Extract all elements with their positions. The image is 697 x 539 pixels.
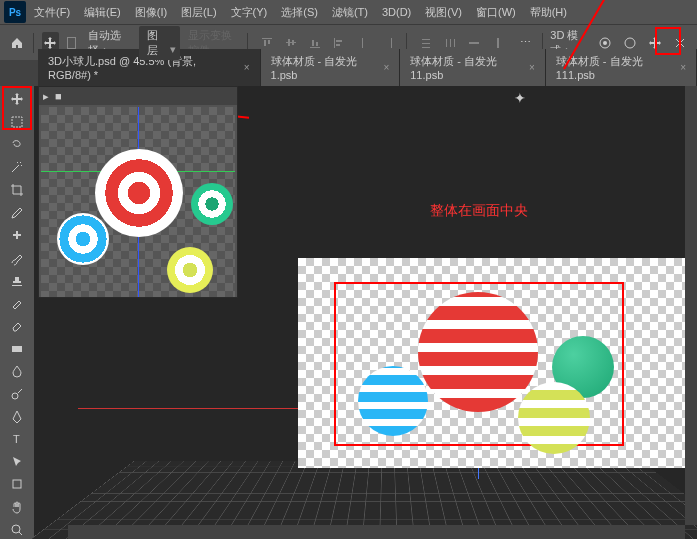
crop-tool[interactable] [4,181,30,200]
sphere-red[interactable] [418,292,538,412]
menu-edit[interactable]: 编辑(E) [78,2,127,23]
svg-rect-17 [446,39,447,47]
stamp-tool[interactable] [4,271,30,290]
tools-panel: T [0,86,34,539]
menu-3d[interactable]: 3D(D) [376,3,417,21]
svg-rect-1 [264,40,266,46]
svg-rect-4 [288,39,290,46]
close-icon[interactable]: × [529,62,535,73]
svg-point-32 [12,525,20,533]
pen-tool[interactable] [4,407,30,426]
brush-tool[interactable] [4,249,30,268]
annotation-center: 整体在画面中央 [430,202,528,220]
svg-rect-3 [286,42,296,43]
menu-image[interactable]: 图像(I) [129,2,173,23]
close-icon[interactable]: × [383,62,389,73]
camera-widget-icon[interactable]: ✦ [514,90,526,106]
svg-rect-0 [262,38,272,39]
highlight-3d-pan [655,27,681,55]
history-brush-tool[interactable] [4,294,30,313]
eraser-tool[interactable] [4,317,30,336]
nav-triangle-icon[interactable]: ▸ [43,90,49,103]
nav-sphere-red [95,149,183,237]
svg-point-23 [603,41,607,45]
document-tabs: 3D小球儿.psd @ 45.5% (背景, RGB/8#) *× 球体材质 -… [0,60,697,86]
menu-help[interactable]: 帮助(H) [524,2,573,23]
svg-rect-6 [310,47,320,48]
svg-rect-11 [336,44,340,46]
nav-sphere-yellow [167,247,213,293]
svg-rect-16 [422,47,430,48]
menu-window[interactable]: 窗口(W) [470,2,522,23]
svg-rect-10 [336,40,342,42]
zoom-tool[interactable] [4,520,30,539]
close-icon[interactable]: × [244,62,250,73]
nav-sphere-blue [57,213,109,265]
menu-type[interactable]: 文字(Y) [225,2,274,23]
close-icon[interactable]: × [680,62,686,73]
nav-sphere-green [191,183,233,225]
svg-rect-18 [450,39,451,47]
nav-camera-icon[interactable]: ■ [55,90,62,102]
auto-select-checkbox[interactable] [67,37,77,49]
svg-rect-8 [316,42,318,46]
svg-rect-20 [469,42,479,44]
tab-1[interactable]: 球体材质 - 自发光1.psb× [261,49,401,86]
layer-dropdown[interactable]: 图层 [139,26,180,60]
eyedropper-tool[interactable] [4,203,30,222]
shape-tool[interactable] [4,475,30,494]
lasso-tool[interactable] [4,135,30,154]
navigator-header[interactable]: ▸ ■ [39,87,237,105]
healing-tool[interactable] [4,226,30,245]
menu-view[interactable]: 视图(V) [419,2,468,23]
svg-rect-21 [497,38,499,48]
canvas-area[interactable]: ✦ 整体在画面中央 ▸ ■ [34,86,697,539]
dodge-tool[interactable] [4,385,30,404]
svg-rect-15 [422,43,430,44]
svg-rect-13 [391,38,392,48]
scrollbar-horizontal[interactable] [68,525,685,539]
ps-logo: Ps [4,1,26,23]
navigator-panel[interactable]: ▸ ■ [38,86,238,298]
hand-tool[interactable] [4,498,30,517]
svg-rect-2 [268,40,270,44]
wand-tool[interactable] [4,158,30,177]
svg-rect-5 [292,40,294,45]
scrollbar-vertical[interactable] [685,86,697,525]
sphere-blue[interactable] [358,366,428,436]
svg-point-24 [625,38,635,48]
type-tool[interactable]: T [4,430,30,449]
sphere-yellow[interactable] [518,382,590,454]
svg-rect-31 [13,480,21,488]
svg-point-29 [12,393,18,399]
menu-layer[interactable]: 图层(L) [175,2,222,23]
svg-rect-7 [312,40,314,46]
gradient-tool[interactable] [4,339,30,358]
menu-filter[interactable]: 滤镜(T) [326,2,374,23]
main-area: T ✦ 整体在画面中央 [0,86,697,539]
svg-rect-12 [362,38,363,48]
svg-rect-27 [16,231,18,239]
svg-text:T: T [13,433,20,445]
highlight-tools [2,86,32,130]
blur-tool[interactable] [4,362,30,381]
path-select-tool[interactable] [4,453,30,472]
svg-rect-28 [12,346,22,352]
navigator-view[interactable] [41,107,235,297]
home-icon[interactable] [8,32,25,54]
svg-rect-14 [422,39,430,40]
svg-rect-9 [334,38,335,48]
tab-2[interactable]: 球体材质 - 自发光11.psb× [400,49,545,86]
menu-select[interactable]: 选择(S) [275,2,324,23]
menu-file[interactable]: 文件(F) [28,2,76,23]
svg-rect-19 [454,39,455,47]
